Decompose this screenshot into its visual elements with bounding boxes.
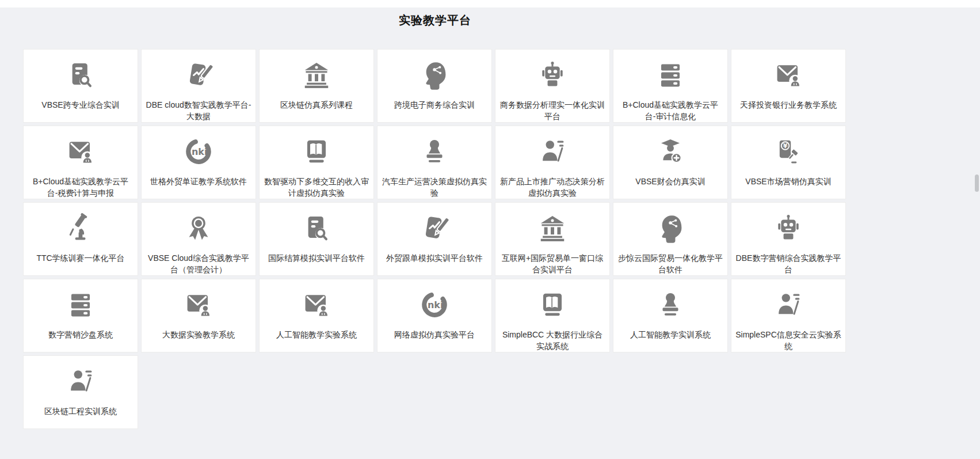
tile-label: VBSE跨专业综合实训	[41, 99, 119, 111]
tile-label: 商务数据分析理实一体化实训平台	[499, 99, 605, 122]
platform-tile[interactable]: B+Cloud基础实践教学云平台-审计信息化	[613, 49, 728, 123]
tile-label: 跨境电子商务综合实训	[394, 99, 475, 111]
mail-user-icon	[301, 284, 332, 326]
tile-label: VBSE Cloud综合实践教学平台（管理会计）	[146, 252, 251, 275]
tile-label: 汽车生产运营决策虚拟仿真实验	[382, 176, 487, 199]
tile-label: B+Cloud基础实践教学云平台-审计信息化	[617, 99, 723, 122]
tile-label: VBSE财会仿真实训	[635, 176, 705, 187]
cnki-globe-icon	[419, 284, 450, 326]
bank-icon	[301, 55, 332, 96]
microscope-icon	[65, 208, 96, 249]
tile-label: 国际结算模拟实训平台软件	[268, 252, 365, 264]
tile-label: SimpleBCC 大数据行业综合实战系统	[499, 329, 605, 352]
platform-tile[interactable]: 网络虚拟仿真实验平台	[377, 279, 492, 352]
tile-label: 互联网+国际贸易单一窗口综合实训平台	[499, 252, 605, 275]
mail-user-icon	[65, 131, 96, 173]
platform-tile[interactable]: 步惊云国际贸易一体化教学平台软件	[613, 202, 728, 276]
file-search-icon	[65, 55, 96, 96]
tile-label: 人工智能教学实训系统	[630, 329, 711, 340]
person-report-icon	[65, 361, 96, 403]
tile-label: 世格外贸单证教学系统软件	[150, 176, 247, 187]
person-report-icon	[773, 284, 804, 326]
tile-label: B+Cloud基础实践教学云平台-税费计算与申报	[28, 176, 134, 199]
platform-tile[interactable]: TTC学练训赛一体化平台	[23, 202, 138, 276]
platform-tile[interactable]: 国际结算模拟实训平台软件	[259, 202, 374, 276]
tile-label: TTC学练训赛一体化平台	[36, 252, 124, 264]
tile-label: 区块链仿真系列课程	[280, 99, 353, 111]
platform-tile[interactable]: 汽车生产运营决策虚拟仿真实验	[377, 126, 492, 199]
platform-tile[interactable]: 区块链仿真系列课程	[259, 49, 374, 123]
graduate-add-icon	[655, 131, 686, 173]
edit-icon	[183, 55, 214, 96]
auction-gavel-icon	[773, 131, 804, 173]
platform-tile[interactable]: 人工智能教学实验系统	[259, 279, 374, 352]
tile-label: 人工智能教学实验系统	[276, 329, 357, 340]
tile-label: SimpleSPC信息安全云实验系统	[735, 329, 841, 352]
platform-tile[interactable]: 天择投资银行业务教学系统	[731, 49, 846, 123]
platform-tile[interactable]: 世格外贸单证教学系统软件	[141, 126, 256, 199]
ai-head-icon	[655, 208, 686, 249]
tile-label: 区块链工程实训系统	[44, 405, 117, 417]
platform-tile[interactable]: 区块链工程实训系统	[23, 355, 138, 429]
tile-label: 网络虚拟仿真实验平台	[394, 329, 475, 340]
page-title: 实验教学平台	[23, 12, 847, 28]
scrollbar-thumb[interactable]	[975, 175, 979, 192]
stamp-icon	[419, 131, 450, 173]
platform-tile[interactable]: SimpleSPC信息安全云实验系统	[731, 279, 846, 352]
stamp-icon	[655, 284, 686, 326]
platform-tile[interactable]: 商务数据分析理实一体化实训平台	[495, 49, 610, 123]
tile-label: DBE cloud数智实践教学平台-大数据	[146, 99, 251, 122]
platform-grid: VBSE跨专业综合实训 DBE cloud数智实践教学平台-大数据 区块链仿真系…	[23, 49, 847, 429]
platform-tile[interactable]: 跨境电子商务综合实训	[377, 49, 492, 123]
robot-icon	[537, 55, 568, 96]
experiment-platform-section: 实验教学平台 VBSE跨专业综合实训 DBE cloud数智实践教学平台-大数据…	[23, 12, 847, 429]
person-report-icon	[537, 131, 568, 173]
platform-tile[interactable]: 外贸跟单模拟实训平台软件	[377, 202, 492, 276]
tile-label: DBE数字营销综合实践教学平台	[735, 252, 841, 275]
tile-label: 数字营销沙盘系统	[48, 329, 113, 340]
robot-icon	[773, 208, 804, 249]
cnki-globe-icon	[183, 131, 214, 173]
tile-label: 大数据实验教学系统	[162, 329, 235, 340]
platform-tile[interactable]: 大数据实验教学系统	[141, 279, 256, 352]
platform-tile[interactable]: 新产品上市推广动态决策分析虚拟仿真实验	[495, 126, 610, 199]
ai-head-icon	[419, 55, 450, 96]
platform-tile[interactable]: VBSE跨专业综合实训	[23, 49, 138, 123]
platform-tile[interactable]: SimpleBCC 大数据行业综合实战系统	[495, 279, 610, 352]
server-icon	[65, 284, 96, 326]
platform-tile[interactable]: 数字营销沙盘系统	[23, 279, 138, 352]
award-ribbon-icon	[183, 208, 214, 249]
platform-tile[interactable]: 互联网+国际贸易单一窗口综合实训平台	[495, 202, 610, 276]
platform-tile[interactable]: VBSE市场营销仿真实训	[731, 126, 846, 199]
tile-label: 外贸跟单模拟实训平台软件	[386, 252, 483, 264]
server-icon	[655, 55, 686, 96]
tile-label: VBSE市场营销仿真实训	[745, 176, 831, 187]
bank-icon	[537, 208, 568, 249]
file-search-icon	[301, 208, 332, 249]
edit-icon	[419, 208, 450, 249]
platform-tile[interactable]: 人工智能教学实训系统	[613, 279, 728, 352]
platform-tile[interactable]: DBE数字营销综合实践教学平台	[731, 202, 846, 276]
book-icon	[301, 131, 332, 173]
tile-label: 数智驱动下多维交互的收入审计虚拟仿真实验	[264, 176, 369, 199]
tile-label: 天择投资银行业务教学系统	[740, 99, 837, 111]
mail-user-icon	[183, 284, 214, 326]
tile-label: 步惊云国际贸易一体化教学平台软件	[617, 252, 723, 275]
platform-tile[interactable]: VBSE Cloud综合实践教学平台（管理会计）	[141, 202, 256, 276]
book-icon	[537, 284, 568, 326]
tile-label: 新产品上市推广动态决策分析虚拟仿真实验	[499, 176, 605, 199]
platform-tile[interactable]: B+Cloud基础实践教学云平台-税费计算与申报	[23, 126, 138, 199]
top-strip	[0, 0, 980, 7]
platform-tile[interactable]: VBSE财会仿真实训	[613, 126, 728, 199]
platform-tile[interactable]: 数智驱动下多维交互的收入审计虚拟仿真实验	[259, 126, 374, 199]
mail-user-icon	[773, 55, 804, 96]
platform-tile[interactable]: DBE cloud数智实践教学平台-大数据	[141, 49, 256, 123]
